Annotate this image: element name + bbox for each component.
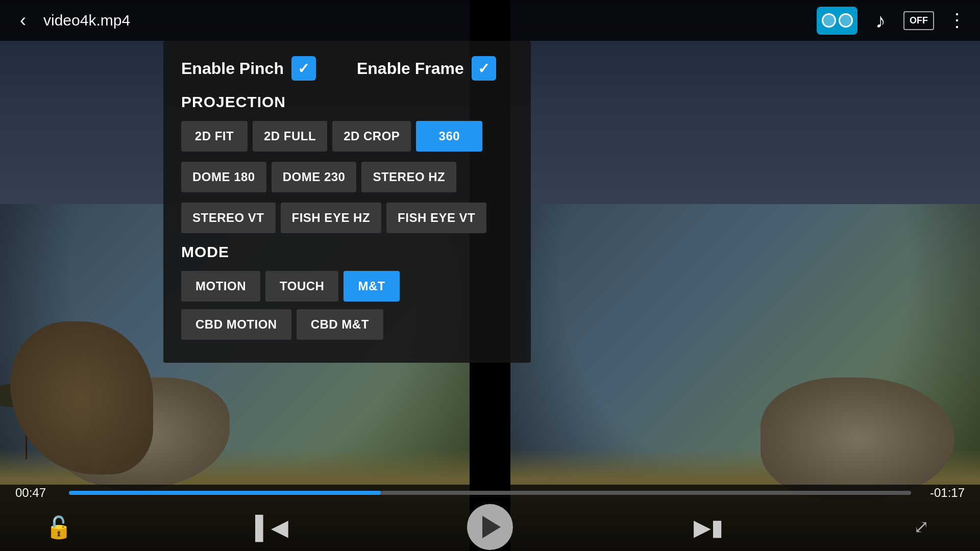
projection-buttons-row3: STEREO VT FISH EYE HZ FISH EYE VT	[181, 203, 513, 233]
mode-btn-cbd-mt[interactable]: CBD M&T	[297, 309, 383, 340]
progress-fill	[69, 491, 381, 495]
enable-pinch-item[interactable]: Enable Pinch ✓	[181, 56, 316, 81]
bottom-bar: 00:47 -01:17 🔓 ▌◀ ▶▮ ⤢	[0, 485, 980, 551]
tree-left	[26, 398, 27, 459]
rhino-right	[761, 378, 954, 500]
off-label: OFF	[910, 15, 928, 26]
proj-btn-360[interactable]: 360	[416, 121, 482, 152]
settings-panel: Enable Pinch ✓ Enable Frame ✓ PROJECTION…	[163, 41, 531, 363]
proj-btn-fish-eye-vt[interactable]: FISH EYE VT	[386, 203, 486, 233]
lock-button[interactable]: 🔓	[41, 509, 77, 545]
play-icon	[482, 516, 501, 538]
proj-btn-dome180[interactable]: DOME 180	[181, 162, 266, 192]
vr-mode-button[interactable]	[817, 7, 857, 35]
vr-lens-left	[822, 13, 836, 28]
video-title: video4k.mp4	[43, 12, 817, 29]
proj-btn-stereo-hz[interactable]: STEREO HZ	[361, 162, 456, 192]
pinch-checkmark: ✓	[298, 60, 309, 77]
resize-icon: ⤢	[914, 516, 929, 538]
mode-title: MODE	[181, 243, 513, 261]
enable-frame-checkbox[interactable]: ✓	[472, 56, 496, 81]
mode-btn-cbd-motion[interactable]: CBD MOTION	[181, 309, 291, 340]
enable-frame-item[interactable]: Enable Frame ✓	[357, 56, 496, 81]
projection-title: PROJECTION	[181, 93, 513, 111]
mode-btn-touch[interactable]: TOUCH	[265, 271, 338, 302]
frame-checkmark: ✓	[478, 60, 489, 77]
menu-button[interactable]: ⋮	[944, 10, 970, 31]
mode-btn-motion[interactable]: MOTION	[181, 271, 260, 302]
projection-buttons: 2D FIT 2D FULL 2D CROP 360	[181, 121, 513, 152]
progress-track[interactable]	[69, 491, 911, 495]
skip-forward-button[interactable]: ▶▮	[691, 509, 726, 545]
proj-btn-stereo-vt[interactable]: STEREO VT	[181, 203, 276, 233]
proj-btn-2d-fit[interactable]: 2D FIT	[181, 121, 248, 152]
vr-right-eye	[490, 0, 980, 551]
progress-row: 00:47 -01:17	[0, 486, 980, 500]
proj-btn-fish-eye-hz[interactable]: FISH EYE HZ	[281, 203, 382, 233]
proj-btn-dome230[interactable]: DOME 230	[272, 162, 357, 192]
lock-icon: 🔓	[45, 515, 72, 540]
vr-lenses	[822, 13, 853, 28]
enable-pinch-checkbox[interactable]: ✓	[291, 56, 316, 81]
top-bar: ‹ video4k.mp4 ♪ OFF ⋮	[0, 0, 980, 41]
play-button[interactable]	[467, 504, 513, 550]
music-button[interactable]: ♪	[868, 8, 893, 33]
mode-btn-mt[interactable]: M&T	[344, 271, 399, 302]
enable-pinch-label: Enable Pinch	[181, 59, 284, 78]
top-icons: ♪ OFF ⋮	[817, 7, 970, 35]
skip-forward-icon: ▶▮	[694, 514, 723, 540]
checkbox-row: Enable Pinch ✓ Enable Frame ✓	[181, 56, 513, 81]
skip-back-icon: ▌◀	[255, 514, 288, 540]
mode-buttons-2: CBD MOTION CBD M&T	[181, 309, 513, 340]
proj-btn-2d-full[interactable]: 2D FULL	[253, 121, 327, 152]
time-remaining: -01:17	[919, 486, 965, 500]
resize-button[interactable]: ⤢	[903, 509, 939, 545]
off-button[interactable]: OFF	[903, 11, 934, 30]
enable-frame-label: Enable Frame	[357, 59, 464, 78]
vr-lens-right	[839, 13, 853, 28]
back-button[interactable]: ‹	[10, 8, 36, 33]
mode-buttons: MOTION TOUCH M&T	[181, 271, 513, 302]
time-current: 00:47	[15, 486, 61, 500]
projection-buttons-row2: DOME 180 DOME 230 STEREO HZ	[181, 162, 513, 192]
proj-btn-2d-crop[interactable]: 2D CROP	[332, 121, 411, 152]
skip-back-button[interactable]: ▌◀	[254, 509, 290, 545]
control-row: 🔓 ▌◀ ▶▮ ⤢	[0, 504, 980, 550]
